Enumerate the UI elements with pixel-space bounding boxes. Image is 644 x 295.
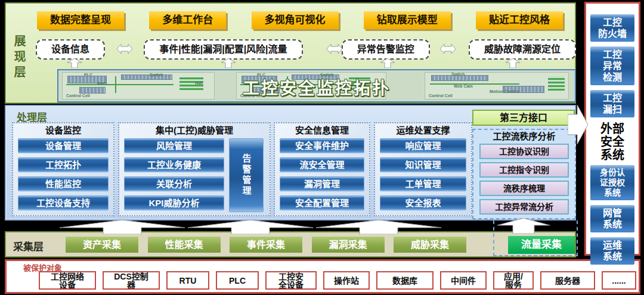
- topology-title: 工控安全监控拓扑: [58, 75, 575, 99]
- info-box: 事件|性能|漏洞|配置|风险|流量: [144, 39, 302, 60]
- architecture-diagram: 展现层 数据完整呈现多维工作台多视角可视化钻取展示模型贴近工控风格 设备信息事件…: [0, 0, 644, 295]
- collect-button-row: 资产采集性能采集事件采集漏洞采集威胁采集: [66, 236, 466, 253]
- process-module: KPI威胁分析: [124, 195, 224, 210]
- protected-objects-panel: 被保护对象 工控网络 设备DCS控制 器RTUPLC工控安 全设备操作站数据库中…: [5, 259, 640, 294]
- flow-order-analysis-panel: 工控流秩序分析 工控协议识别工控指令识别流秩序梳理工控异常流分析: [472, 129, 576, 219]
- flow-analysis-module: 流秩序梳理: [479, 181, 569, 196]
- protected-asset: 操作站: [323, 271, 370, 290]
- feature-button: 多维工作台: [149, 11, 226, 29]
- alert-management-module: 告警管理: [229, 138, 264, 212]
- protected-asset: RTU: [166, 271, 209, 290]
- collect-module: 性能采集: [148, 236, 221, 253]
- feature-button: 贴近工控风格: [476, 11, 563, 29]
- protected-asset: 工控安 全设备: [265, 271, 317, 290]
- process-module: 响应管理: [380, 138, 466, 153]
- collect-module: 漏洞采集: [312, 236, 385, 253]
- group-security-info-management: 安全信息管理 安全事件维护流安全管理漏洞管理安全配置管理: [274, 122, 370, 216]
- group-title: 安全信息管理: [275, 123, 369, 137]
- process-module: 漏洞管理: [280, 176, 364, 191]
- protected-asset: 工控网络 设备: [39, 271, 96, 290]
- group-ops-support: 运维处置支撑 响应管理知识管理工单管理安全报表: [374, 122, 472, 216]
- external-system: 运维 系统: [590, 237, 634, 265]
- info-box: 异常告警监控: [342, 39, 430, 60]
- feature-button-row: 数据完整呈现多维工作台多视角可视化钻取展示模型贴近工控风格: [37, 11, 563, 29]
- process-module: 设备管理: [18, 138, 109, 153]
- external-system: 工控 防火墙: [590, 14, 634, 42]
- process-module: 流安全管理: [280, 157, 364, 172]
- protected-asset: 中间件: [440, 271, 487, 290]
- external-systems-title: 外部 安全 系统: [586, 122, 639, 162]
- process-module: 关联分析: [124, 176, 224, 191]
- feature-button: 多视角可视化: [252, 11, 339, 29]
- collection-layer-panel: 采集层 资产采集性能采集事件采集漏洞采集威胁采集 流量采集: [5, 231, 576, 257]
- protected-asset: ......: [602, 271, 636, 290]
- topology-image: PLC Switch HMI RFID Control Cell PLC Swi…: [57, 69, 576, 103]
- process-module: 安全配置管理: [280, 195, 364, 210]
- process-module: 工控业务健康: [124, 157, 224, 172]
- feature-button: 钻取展示模型: [364, 11, 451, 29]
- flow-analysis-module: 工控指令识别: [479, 162, 569, 178]
- presentation-layer-panel: 展现层 数据完整呈现多维工作台多视角可视化钻取展示模型贴近工控风格 设备信息事件…: [5, 2, 576, 104]
- presentation-layer-label: 展现层: [11, 35, 28, 81]
- group-device-monitoring: 设备监控 设备管理工控拓扑性能监控工控设备支持: [12, 122, 114, 216]
- process-module: 安全报表: [380, 195, 466, 210]
- external-system: 网管 系统: [590, 205, 634, 232]
- external-system: 身份认 证授权 系统: [590, 165, 634, 200]
- info-box-row: 设备信息事件|性能|漏洞|配置|风险|流量异常告警监控威胁故障溯源定位: [36, 39, 576, 60]
- group-title: 集中(工控)威胁管理: [119, 123, 270, 137]
- protected-objects-row: 工控网络 设备DCS控制 器RTUPLC工控安 全设备操作站数据库中间件应用/ …: [39, 271, 636, 290]
- process-module: 知识管理: [380, 157, 466, 172]
- info-box: 威胁故障溯源定位: [469, 39, 576, 60]
- flow-collect-module: 流量采集: [508, 236, 575, 254]
- group-threat-management: 集中(工控)威胁管理 风险管理工控业务健康关联分析KPI威胁分析 告警管理: [118, 122, 271, 216]
- external-systems-bottom: 身份认 证授权 系统网管 系统运维 系统: [586, 165, 639, 265]
- protected-asset: 应用/ 服务: [493, 271, 534, 290]
- external-systems-panel: 工控 防火墙工控 异常 检测工控 漏扫 外部 安全 系统 身份认 证授权 系统网…: [584, 2, 640, 256]
- group-title: 运维处置支撑: [375, 123, 471, 137]
- processing-layer-panel: 处理层 设备监控 设备管理工控拓扑性能监控工控设备支持 集中(工控)威胁管理 风…: [5, 105, 576, 221]
- collect-module: 资产采集: [66, 236, 138, 253]
- flow-analysis-module: 工控异常流分析: [479, 199, 569, 215]
- external-system: 工控 漏扫: [590, 90, 634, 117]
- process-module: 性能监控: [18, 176, 109, 191]
- process-module: 工控设备支持: [18, 195, 109, 210]
- protected-asset: PLC: [216, 271, 259, 290]
- collect-module: 威胁采集: [394, 236, 466, 253]
- flow-panel-title: 工控流秩序分析: [473, 130, 575, 143]
- process-module: 安全事件维护: [280, 138, 364, 153]
- external-systems-top: 工控 防火墙工控 异常 检测工控 漏扫: [586, 14, 639, 117]
- protected-asset: 服务器: [540, 271, 595, 290]
- flow-analysis-module: 工控协议识别: [479, 144, 569, 159]
- process-module: 工控拓扑: [18, 157, 109, 172]
- protected-asset: 数据库: [376, 271, 434, 290]
- protected-asset: DCS控制 器: [103, 271, 160, 290]
- feature-button: 数据完整呈现: [37, 11, 124, 29]
- info-box: 设备信息: [36, 39, 105, 60]
- process-module: 风险管理: [124, 138, 224, 153]
- process-module: 工单管理: [380, 176, 466, 191]
- collection-layer-label: 采集层: [13, 238, 44, 253]
- collect-module: 事件采集: [230, 236, 302, 253]
- third-party-interface: 第三方接口: [472, 110, 575, 126]
- external-system: 工控 异常 检测: [590, 46, 634, 85]
- group-title: 设备监控: [13, 123, 113, 137]
